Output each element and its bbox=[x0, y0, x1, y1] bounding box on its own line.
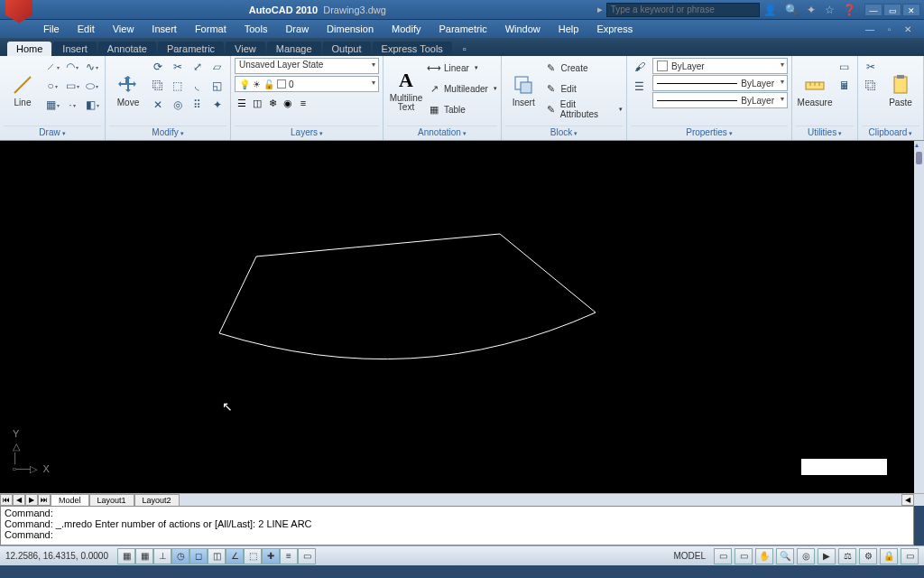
array-icon[interactable]: ⠿ bbox=[189, 96, 207, 114]
layer-match-icon[interactable]: ≡ bbox=[296, 96, 310, 110]
menu-help[interactable]: Help bbox=[550, 21, 588, 37]
linear-dim-button[interactable]: ⟷Linear▾ bbox=[427, 58, 497, 78]
insert-block-button[interactable]: Insert bbox=[505, 58, 542, 123]
panel-title-annotation[interactable]: Annotation bbox=[387, 126, 497, 140]
layout-tab-layout1[interactable]: Layout1 bbox=[89, 494, 134, 507]
extend-icon[interactable]: ⤢ bbox=[189, 58, 207, 76]
offset-icon[interactable]: ◎ bbox=[169, 96, 187, 114]
menu-view[interactable]: View bbox=[104, 21, 143, 37]
layout-tab-layout2[interactable]: Layout2 bbox=[134, 494, 180, 507]
clean-screen-icon[interactable]: ▭ bbox=[901, 548, 919, 564]
color-dropdown[interactable]: ByLayer bbox=[652, 58, 788, 74]
dyn-toggle[interactable]: ✚ bbox=[262, 548, 280, 564]
lineweight-dropdown[interactable]: ByLayer bbox=[652, 75, 788, 91]
arc-icon[interactable]: ◠ bbox=[63, 58, 81, 76]
ducs-toggle[interactable]: ⬚ bbox=[244, 548, 262, 564]
edit-attributes-button[interactable]: ✎Edit Attributes▾ bbox=[543, 99, 623, 119]
ortho-toggle[interactable]: ⊥ bbox=[153, 548, 171, 564]
otrack-toggle[interactable]: ∠ bbox=[226, 548, 244, 564]
edit-block-button[interactable]: ✎Edit bbox=[543, 79, 623, 98]
paste-button[interactable]: Paste bbox=[882, 58, 919, 123]
layer-state-dropdown[interactable]: Unsaved Layer State bbox=[235, 58, 379, 74]
tab-home[interactable]: Home bbox=[7, 42, 51, 56]
tab-view[interactable]: View bbox=[226, 42, 265, 56]
layer-props-icon[interactable]: ☰ bbox=[235, 96, 249, 110]
vertical-scrollbar[interactable] bbox=[914, 141, 924, 493]
select-icon[interactable]: ▭ bbox=[836, 58, 854, 76]
polyline-icon[interactable]: ⟋ bbox=[43, 58, 61, 76]
mirror-icon[interactable]: ▱ bbox=[208, 58, 226, 76]
multileader-button[interactable]: ↗Multileader▾ bbox=[427, 79, 497, 98]
tab-output[interactable]: Output bbox=[323, 42, 371, 56]
table-button[interactable]: ▦Table bbox=[427, 99, 497, 119]
tab-annotate[interactable]: Annotate bbox=[98, 42, 156, 56]
annotation-scale-icon[interactable]: ⚖ bbox=[838, 548, 856, 564]
tab-nav-prev[interactable]: ◀ bbox=[13, 494, 25, 506]
copy-clip-icon[interactable]: ⿻ bbox=[862, 77, 880, 95]
erase-icon[interactable]: ✕ bbox=[149, 96, 167, 114]
menu-draw[interactable]: Draw bbox=[276, 21, 318, 37]
tab-expand[interactable]: ▫ bbox=[454, 42, 476, 56]
maximize-button[interactable]: ▭ bbox=[883, 4, 901, 16]
pan-icon[interactable]: ✋ bbox=[755, 548, 773, 564]
tab-nav-next[interactable]: ▶ bbox=[25, 494, 38, 506]
3dosnap-toggle[interactable]: ◫ bbox=[208, 548, 226, 564]
qp-toggle[interactable]: ▭ bbox=[298, 548, 316, 564]
quickview-layouts-icon[interactable]: ▭ bbox=[714, 548, 732, 564]
scale-icon[interactable]: ◱ bbox=[208, 77, 226, 95]
menu-window[interactable]: Window bbox=[496, 21, 550, 37]
grid-toggle[interactable]: ▦ bbox=[135, 548, 153, 564]
copy-icon[interactable]: ⿻ bbox=[149, 77, 167, 95]
tab-insert[interactable]: Insert bbox=[53, 42, 97, 56]
tab-express-tools[interactable]: Express Tools bbox=[373, 42, 452, 56]
list-icon[interactable]: ☰ bbox=[631, 78, 649, 96]
panel-title-draw[interactable]: Draw bbox=[4, 126, 101, 140]
quickview-drawings-icon[interactable]: ▭ bbox=[735, 548, 753, 564]
layer-iso-icon[interactable]: ◫ bbox=[250, 96, 264, 110]
hatch-icon[interactable]: ▦ bbox=[43, 96, 61, 114]
match-props-icon[interactable]: 🖌 bbox=[631, 58, 649, 76]
mdi-buttons[interactable]: — ▫ ✕ bbox=[865, 24, 917, 34]
menu-express[interactable]: Express bbox=[587, 21, 642, 37]
menu-parametric[interactable]: Parametric bbox=[430, 21, 495, 37]
polar-toggle[interactable]: ◷ bbox=[171, 548, 189, 564]
layer-current-dropdown[interactable]: 💡 ☀ 🔓 0 bbox=[235, 76, 379, 92]
point-icon[interactable]: · bbox=[63, 96, 81, 114]
panel-title-modify[interactable]: Modify bbox=[109, 126, 226, 140]
drawing-canvas[interactable]: ↖ Y △ │ ▫──▷ X bbox=[0, 141, 924, 493]
menu-file[interactable]: File bbox=[34, 21, 69, 37]
move-button[interactable]: Move bbox=[109, 58, 147, 123]
stretch-icon[interactable]: ⬚ bbox=[169, 77, 187, 95]
tab-nav-last[interactable]: ⏭ bbox=[38, 494, 51, 506]
rectangle-icon[interactable]: ▭ bbox=[63, 77, 81, 95]
cut-icon[interactable]: ✂ bbox=[862, 58, 880, 76]
hscroll-left[interactable]: ◀ bbox=[901, 494, 914, 506]
tab-parametric[interactable]: Parametric bbox=[158, 42, 224, 56]
panel-title-block[interactable]: Block bbox=[505, 126, 623, 140]
panel-title-utilities[interactable]: Utilities bbox=[796, 126, 854, 140]
line-button[interactable]: Line bbox=[4, 58, 42, 123]
menu-dimension[interactable]: Dimension bbox=[318, 21, 383, 37]
spline-icon[interactable]: ∿ bbox=[83, 58, 101, 76]
layer-off-icon[interactable]: ◉ bbox=[281, 96, 295, 110]
circle-icon[interactable]: ○ bbox=[43, 77, 61, 95]
minimize-button[interactable]: — bbox=[864, 4, 882, 16]
tab-nav-first[interactable]: ⏮ bbox=[0, 494, 13, 506]
create-block-button[interactable]: ✎Create bbox=[543, 58, 623, 78]
calc-icon[interactable]: 🖩 bbox=[836, 77, 854, 95]
layout-tab-model[interactable]: Model bbox=[51, 494, 89, 507]
measure-button[interactable]: Measure bbox=[796, 58, 834, 123]
ellipse-icon[interactable]: ⬭ bbox=[83, 77, 101, 95]
tab-manage[interactable]: Manage bbox=[267, 42, 321, 56]
linetype-dropdown[interactable]: ByLayer bbox=[652, 92, 788, 108]
model-space-label[interactable]: MODEL bbox=[668, 551, 711, 561]
command-line[interactable]: Command: Command: _.mredo Enter number o… bbox=[0, 506, 914, 545]
search-input[interactable] bbox=[606, 3, 760, 17]
steering-wheel-icon[interactable]: ◎ bbox=[797, 548, 815, 564]
lwt-toggle[interactable]: ≡ bbox=[280, 548, 298, 564]
rotate-icon[interactable]: ⟳ bbox=[149, 58, 167, 76]
panel-title-clipboard[interactable]: Clipboard bbox=[862, 126, 919, 140]
workspace-switch-icon[interactable]: ⚙ bbox=[859, 548, 877, 564]
region-icon[interactable]: ◧ bbox=[83, 96, 101, 114]
menu-modify[interactable]: Modify bbox=[383, 21, 430, 37]
